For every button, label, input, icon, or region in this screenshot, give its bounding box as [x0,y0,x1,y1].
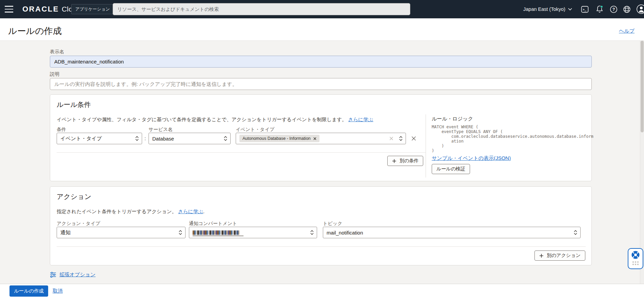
action-type-value: 通知 [60,229,71,236]
action-type-label: アクション・タイプ [57,221,100,227]
support-chat-widget[interactable] [628,248,643,269]
condition-separator: : [144,135,146,141]
region-selector[interactable]: Japan East (Tokyo) [523,0,572,18]
notifications-bell-icon[interactable] [595,0,604,18]
page-title: ルールの作成 [8,25,62,37]
notification-compartment-select[interactable] [189,227,317,238]
validate-rule-button[interactable]: ルールの検証 [432,164,470,174]
svg-text:>_: >_ [583,8,586,11]
plus-icon [539,254,544,258]
another-condition-button[interactable]: 別の条件 [387,156,423,166]
conditions-learn-more-link[interactable]: さらに学ぶ [348,117,373,122]
service-name-select[interactable]: Database [149,133,231,144]
plus-icon [392,159,396,163]
topic-label: トピック [323,221,342,227]
create-rule-page: ORACLE Cloud アプリケーション Japan East (Tokyo)… [0,0,644,298]
notification-compartment-label: 通知コンパートメント [189,221,237,227]
topic-select[interactable]: mail_notification [323,227,581,238]
compartment-value-redacted [193,230,239,235]
event-type-tag-label: Autonomous Database - Information [242,136,311,141]
actions-heading: アクション [57,192,91,201]
display-name-label: 表示名 [50,49,64,55]
create-rule-button[interactable]: ルールの作成 [9,285,48,297]
service-name-label: サービス名 [149,127,173,133]
actions-panel: アクション 指定されたイベント条件をトリガーするアクション。 さらに学ぶ. アク… [50,186,592,265]
select-chevrons-icon [135,136,139,141]
page-header: ルールの作成 ヘルプ [0,18,644,41]
actions-learn-more-link[interactable]: さらに学ぶ [178,209,203,214]
event-type-multiselect[interactable]: Autonomous Database - Information [236,133,406,144]
view-sample-event-link[interactable]: サンプル・イベントの表示(JSON) [432,155,511,162]
event-type-label: イベント・タイプ [236,127,274,133]
region-label: Japan East (Tokyo) [523,6,565,12]
actions-intro-suffix: . [203,209,204,214]
another-action-button[interactable]: 別のアクション [534,250,585,261]
another-condition-label: 別の条件 [399,158,418,164]
remove-condition-icon[interactable] [411,136,416,141]
rule-logic-heading: ルール・ロジック [432,116,473,122]
rule-conditions-panel: ルール条件 イベント・タイプや属性、フィルタ・タグに基づいて条件を定義することで… [50,94,592,181]
description-label: 説明 [50,71,59,77]
event-type-tag: Autonomous Database - Information [239,135,319,142]
rule-logic-code: MATCH event WHERE ( eventType EQUALS ANY… [432,125,593,153]
top-navigation-bar: ORACLE Cloud アプリケーション Japan East (Tokyo)… [0,0,644,18]
condition-label: 条件 [57,127,66,133]
tag-remove-icon[interactable] [313,137,316,140]
select-chevrons-icon [179,230,182,235]
footer-bar: ルールの作成 取消 [0,284,644,298]
condition-select[interactable]: イベント・タイプ [57,133,142,144]
description-input[interactable] [50,78,592,90]
select-chevrons-icon [399,136,403,141]
service-select-value: Database [152,136,174,142]
svg-text:?: ? [612,7,615,12]
logic-divider [426,114,426,178]
sliders-icon [50,272,56,278]
advanced-options-link[interactable]: 拡張オプション [50,272,96,278]
hamburger-menu-icon[interactable] [5,0,18,18]
rule-conditions-heading: ルール条件 [57,100,91,109]
select-chevrons-icon [310,230,314,235]
conditions-divider [57,152,426,153]
multiselect-clear-icon[interactable] [389,136,393,141]
cloud-shell-icon[interactable]: >_ [581,0,589,18]
drag-handle-dots-icon [632,261,639,265]
actions-intro-text: 指定されたイベント条件をトリガーするアクション。 [57,209,177,214]
help-link[interactable]: ヘルプ [619,28,635,34]
advanced-options-label: 拡張オプション [59,272,96,278]
life-ring-icon [631,250,640,259]
language-globe-icon[interactable] [623,0,631,18]
rule-conditions-intro: イベント・タイプや属性、フィルタ・タグに基づいて条件を定義することで、アクション… [57,116,373,123]
logo-oracle-text: ORACLE [22,5,59,14]
topic-value: mail_notification [327,230,363,236]
search-input[interactable] [113,3,410,15]
cancel-link[interactable]: 取消 [53,288,63,294]
chevron-down-icon [568,8,572,11]
display-name-input[interactable] [50,56,592,68]
action-type-select[interactable]: 通知 [57,227,186,238]
rule-conditions-intro-text: イベント・タイプや属性、フィルタ・タグに基づいて条件を定義することで、アクション… [57,117,347,122]
scrollbar-thumb[interactable] [641,41,644,132]
compartment-redaction-underline [193,236,243,236]
select-chevrons-icon [574,230,577,235]
actions-divider [57,246,586,247]
user-avatar-icon[interactable] [636,0,644,18]
actions-intro: 指定されたイベント条件をトリガーするアクション。 さらに学ぶ. [57,208,204,215]
help-icon[interactable]: ? [609,0,618,18]
select-chevrons-icon [224,136,227,141]
another-action-label: 別のアクション [547,253,581,259]
application-switcher-label: アプリケーション [75,6,110,12]
condition-select-value: イベント・タイプ [60,135,102,142]
validate-rule-label: ルールの検証 [436,166,465,172]
global-search [113,3,410,15]
